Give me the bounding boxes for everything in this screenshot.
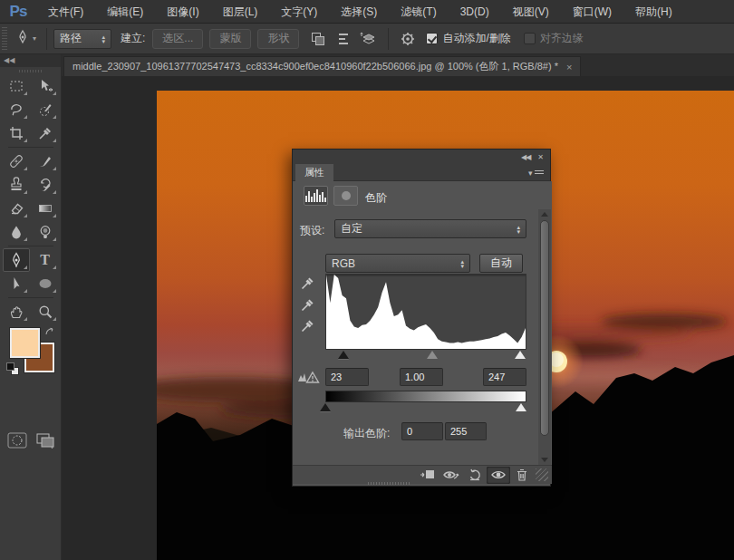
tab-properties[interactable]: 属性 — [295, 164, 333, 181]
output-white-slider[interactable] — [516, 403, 526, 411]
auto-add-delete-label: 自动添加/删除 — [442, 31, 510, 46]
spot-healing-tool[interactable] — [3, 150, 30, 173]
menu-3d[interactable]: 3D(D) — [449, 0, 501, 24]
tool-preset-picker[interactable]: ▾ — [11, 29, 40, 49]
collapse-panel-icon[interactable]: ◀◀ — [521, 153, 530, 161]
output-black-slider[interactable] — [320, 403, 331, 411]
levels-histogram[interactable] — [325, 274, 526, 350]
menu-image[interactable]: 图像(I) — [155, 0, 210, 24]
panel-resize-grip[interactable] — [536, 468, 548, 481]
options-bar: ▾ 路径 ▴▾ 建立: 选区... 蒙版 形状 自动添加/删除 对齐边缘 — [0, 24, 734, 54]
delete-adjustment-button[interactable] — [510, 467, 534, 484]
menu-window[interactable]: 窗口(W) — [561, 0, 623, 24]
magnifier-icon — [37, 304, 53, 320]
midtone-input-field[interactable] — [400, 368, 443, 386]
menu-view[interactable]: 视图(V) — [501, 0, 561, 24]
panel-drag-dots[interactable] — [368, 482, 411, 485]
menu-file[interactable]: 文件(F) — [36, 0, 95, 24]
menu-layer[interactable]: 图层(L) — [211, 0, 270, 24]
preset-dropdown[interactable]: 自定 ▴▾ — [334, 219, 526, 238]
menu-select[interactable]: 选择(S) — [329, 0, 389, 24]
move-icon — [37, 78, 53, 94]
make-shape-button[interactable]: 形状 — [257, 29, 299, 49]
document-tab[interactable]: middle_230907_10961377702547473_cc8334c9… — [63, 56, 581, 76]
scrollbar-thumb[interactable] — [540, 220, 549, 436]
shadow-input-field[interactable] — [325, 368, 369, 386]
mask-button[interactable] — [333, 186, 358, 206]
default-colors-icon[interactable] — [6, 362, 19, 375]
menu-edit[interactable]: 编辑(E) — [95, 0, 155, 24]
menu-filter[interactable]: 滤镜(T) — [389, 0, 448, 24]
screen-mode-button[interactable] — [34, 431, 56, 449]
toggle-visibility-button[interactable] — [487, 467, 510, 484]
histogram-icon — [305, 189, 326, 205]
white-point-eyedropper[interactable] — [300, 317, 316, 333]
align-edges-option[interactable]: 对齐边缘 — [524, 31, 584, 46]
view-previous-state-button[interactable] — [439, 467, 463, 484]
close-panel-icon[interactable]: ✕ — [537, 153, 543, 161]
scroll-up-icon[interactable] — [541, 212, 548, 217]
shape-tool[interactable] — [32, 272, 59, 295]
make-selection-button[interactable]: 选区... — [152, 29, 203, 49]
toolbar-grip[interactable] — [0, 67, 61, 74]
auto-add-delete-option[interactable]: 自动添加/删除 — [426, 31, 510, 46]
histogram-warning-icon[interactable] — [297, 370, 321, 385]
history-brush-tool[interactable] — [32, 173, 59, 197]
move-tool[interactable] — [32, 74, 59, 98]
hand-tool[interactable] — [3, 300, 30, 323]
swap-colors-icon[interactable] — [43, 326, 57, 343]
quick-selection-icon — [37, 101, 53, 118]
marquee-tool[interactable] — [3, 74, 30, 98]
gear-icon[interactable] — [398, 29, 418, 49]
output-black-field[interactable] — [401, 422, 443, 440]
panel-menu-icon[interactable]: ▾ — [528, 168, 545, 179]
zoom-tool[interactable] — [32, 300, 59, 323]
hand-icon — [8, 304, 24, 320]
options-bar-grip[interactable] — [2, 27, 7, 51]
menu-help[interactable]: 帮助(H) — [623, 0, 684, 24]
auto-button[interactable]: 自动 — [479, 254, 523, 273]
path-selection-tool[interactable] — [3, 272, 30, 295]
quick-mask-button[interactable] — [6, 431, 28, 449]
shadow-input-slider[interactable] — [338, 351, 349, 359]
panel-header: ◀◀ ✕ — [293, 150, 550, 164]
dodge-tool[interactable] — [32, 220, 59, 244]
stamp-icon — [8, 177, 24, 193]
checkbox-checked-icon[interactable] — [426, 33, 438, 44]
eyedropper-tool[interactable] — [32, 121, 59, 145]
brush-tool[interactable] — [32, 150, 59, 173]
crop-tool[interactable] — [3, 121, 30, 145]
reset-button[interactable] — [463, 467, 487, 484]
highlight-input-slider[interactable] — [515, 351, 526, 359]
type-tool[interactable]: T — [32, 248, 59, 272]
checkbox-unchecked-icon[interactable] — [524, 33, 536, 44]
highlight-input-field[interactable] — [483, 368, 526, 386]
foreground-color-swatch[interactable] — [10, 328, 40, 358]
make-mask-button[interactable]: 蒙版 — [209, 29, 251, 49]
scroll-down-icon[interactable] — [541, 458, 548, 462]
tool-mode-dropdown[interactable]: 路径 ▴▾ — [53, 29, 111, 49]
midtone-input-slider[interactable] — [427, 351, 438, 359]
path-arrangement-icon[interactable] — [359, 29, 379, 49]
quick-selection-tool[interactable] — [32, 98, 59, 121]
lasso-tool[interactable] — [3, 98, 30, 121]
type-icon: T — [40, 252, 50, 268]
output-white-field[interactable] — [445, 422, 487, 440]
channel-dropdown[interactable]: RGB ▴▾ — [325, 254, 470, 273]
pen-tool-selected[interactable] — [3, 248, 30, 272]
blur-tool[interactable] — [3, 220, 30, 244]
levels-adjustment-icon-button[interactable] — [304, 186, 328, 206]
adjustment-title: 色阶 — [365, 190, 387, 206]
menu-type[interactable]: 文字(Y) — [269, 0, 329, 24]
gradient-tool[interactable] — [32, 197, 59, 220]
path-operations-icon[interactable] — [308, 29, 328, 49]
black-point-eyedropper[interactable] — [300, 275, 316, 291]
path-alignment-icon[interactable] — [333, 29, 353, 49]
gray-point-eyedropper[interactable] — [300, 296, 316, 313]
eraser-tool[interactable] — [3, 197, 30, 220]
panel-scrollbar[interactable] — [538, 209, 551, 465]
collapse-panel-icon[interactable]: ◀◀ — [0, 54, 61, 67]
clip-to-layer-button[interactable] — [416, 467, 439, 484]
clone-stamp-tool[interactable] — [3, 173, 30, 197]
tab-close-icon[interactable]: × — [566, 62, 572, 72]
